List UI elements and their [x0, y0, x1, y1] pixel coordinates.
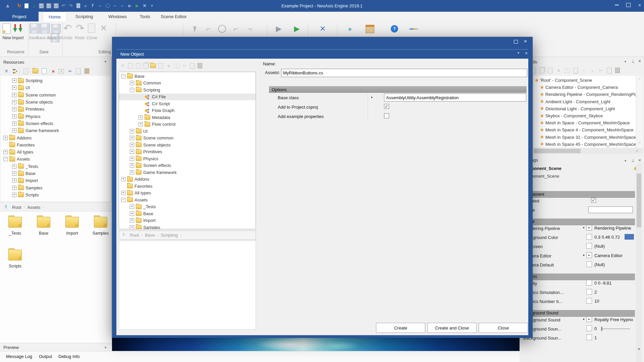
new-folder-icon[interactable]: ★ — [32, 68, 40, 74]
tree-item-scripting[interactable]: +Scripting — [1, 77, 111, 84]
settings-textbox[interactable] — [588, 206, 633, 213]
tree-item-base[interactable]: −Base — [119, 73, 256, 80]
expander-icon[interactable]: − — [130, 88, 134, 92]
asset-folder-samples[interactable]: Samples — [87, 215, 111, 246]
tree-item-samples[interactable]: +Samples — [119, 224, 256, 229]
scale-icon[interactable]: ⌐ — [112, 3, 118, 9]
breadcrumb-item[interactable]: Base — [145, 233, 155, 238]
tree-item-game-framework[interactable]: +Game framework — [119, 169, 256, 176]
new-resource-icon[interactable]: ★ — [547, 67, 554, 74]
objects-hscrollbar[interactable]: › — [534, 148, 643, 154]
checkbox[interactable] — [384, 113, 389, 118]
window-maximize-icon[interactable] — [514, 40, 519, 45]
delete-icon[interactable]: × — [82, 3, 89, 9]
ribbon-delete-button[interactable]: × — [98, 23, 111, 46]
expander-icon[interactable]: − — [3, 157, 8, 161]
value-box[interactable] — [586, 289, 592, 295]
expander-icon[interactable]: + — [12, 78, 16, 83]
breadcrumb-item[interactable]: Scripting — [161, 233, 178, 238]
tree-item-scripting[interactable]: −Scripting — [119, 86, 256, 94]
refresh-icon[interactable]: ↻ — [16, 3, 22, 9]
object-item[interactable]: ✱Directional Light - Component_Light — [540, 105, 636, 112]
object-item[interactable]: ✱Mesh in Space 45 - Component_MeshInSpac… — [540, 141, 636, 147]
delete-icon[interactable]: × — [50, 68, 57, 74]
expander-icon[interactable]: − — [121, 198, 125, 202]
cut-icon[interactable]: ✂ — [66, 68, 74, 74]
tree-item-assets[interactable]: −Assets — [119, 196, 256, 203]
save-as-icon[interactable] — [45, 3, 52, 9]
redo-icon[interactable]: ↷ — [67, 3, 74, 9]
sort-icon[interactable] — [410, 24, 418, 34]
copy-icon[interactable] — [75, 3, 82, 9]
asset-folder--tests[interactable]: _Tests — [2, 215, 29, 246]
ribbon-undo-button[interactable]: ↶Undo — [61, 23, 74, 46]
value-box[interactable] — [586, 261, 592, 267]
tree-item-all-types[interactable]: +All types — [1, 148, 111, 156]
tree-item--tests[interactable]: +_Tests — [119, 203, 256, 210]
close-panel-icon[interactable]: × — [638, 158, 641, 163]
value-box[interactable] — [586, 335, 592, 340]
close-button[interactable]: Close — [479, 323, 528, 333]
object-item[interactable]: ✱'Root' - Component_Scene — [535, 77, 636, 84]
new-file-icon[interactable] — [23, 3, 30, 9]
transform-icon[interactable]: ⌐ — [119, 3, 126, 9]
undo-icon[interactable]: ↶ — [60, 3, 67, 9]
tree-item-assets[interactable]: −Assets — [1, 156, 111, 163]
move-up-icon[interactable]: ↑ — [580, 67, 588, 74]
expander-icon[interactable]: + — [12, 85, 16, 90]
tree-item-scripts[interactable]: +Scripts — [1, 191, 111, 198]
expander-icon[interactable]: + — [130, 81, 134, 85]
close-panel-icon[interactable]: × — [638, 58, 641, 64]
tree-item-scene-objects[interactable]: +Scene objects — [1, 99, 111, 106]
expander-icon[interactable]: + — [12, 93, 16, 97]
rotate-icon[interactable] — [218, 24, 226, 34]
save-all-icon[interactable] — [53, 3, 59, 9]
expand-reference-button[interactable]: ► — [586, 252, 592, 258]
tree-item-import[interactable]: +Import — [119, 217, 256, 224]
help-icon[interactable]: ? — [390, 24, 399, 34]
expander-icon[interactable]: + — [130, 129, 134, 133]
asset-folder-base[interactable]: Base — [30, 215, 57, 246]
run-icon[interactable]: ▶ — [134, 3, 141, 9]
maximize-button[interactable] — [623, 0, 634, 10]
rename-icon[interactable]: I — [564, 67, 571, 74]
object-item[interactable]: ✱Rendering Pipeline - Component_Renderin… — [540, 91, 636, 98]
object-item[interactable]: ✱Mesh in Space 4 - Component_MeshInSpace — [540, 126, 636, 133]
display-options-icon[interactable]: ■●■◆▾ — [11, 68, 19, 74]
edit-icon[interactable] — [22, 68, 30, 74]
tree-item-common[interactable]: +Common — [119, 80, 256, 87]
scale-icon[interactable]: ⌐ — [231, 24, 240, 34]
tree-item-flow-control[interactable]: +Flow control — [119, 121, 256, 128]
import-icon[interactable]: ↓↓ — [31, 3, 37, 9]
expand-reference-button[interactable]: ► — [586, 316, 592, 322]
tree-item-base[interactable]: +Base — [1, 170, 111, 177]
close-button[interactable]: × — [634, 0, 644, 10]
expander-icon[interactable]: + — [12, 114, 16, 119]
object-item[interactable]: ✱Mesh in Space - Component_MeshInSpace — [540, 119, 636, 126]
run-icon[interactable]: ▶ — [292, 24, 301, 34]
expander-icon[interactable]: + — [3, 136, 8, 140]
expander-icon[interactable]: + — [12, 193, 16, 197]
navigate-up-icon[interactable]: ⇑ — [4, 204, 8, 209]
expander-icon[interactable]: + — [130, 225, 134, 229]
tree-item-scene-objects[interactable]: +Scene objects — [119, 141, 256, 148]
tree-item-c-script[interactable]: ◆◆◆C# Script — [119, 100, 256, 107]
expander-icon[interactable]: + — [139, 115, 143, 120]
tab-project[interactable]: Project — [0, 12, 39, 21]
expander-icon[interactable]: + — [130, 136, 134, 140]
navigate-up-icon[interactable]: ⇑ — [122, 232, 125, 237]
options-icon[interactable]: ✕ — [318, 24, 327, 34]
copy-icon[interactable] — [572, 67, 579, 74]
expander-icon[interactable]: + — [130, 163, 134, 168]
slider-track[interactable] — [601, 328, 630, 329]
select-icon[interactable] — [90, 3, 96, 9]
tree-item-physics[interactable]: +Physics — [1, 113, 111, 120]
name-input[interactable] — [281, 69, 527, 77]
bottom-tab-output[interactable]: Output — [39, 351, 52, 362]
expander-icon[interactable]: + — [130, 149, 134, 154]
tree-item-import[interactable]: +Import — [1, 177, 111, 184]
transform-icon[interactable]: ⌐ — [245, 24, 254, 34]
expander-icon[interactable]: + — [3, 150, 8, 154]
expander-icon[interactable]: + — [12, 107, 16, 111]
value-box[interactable] — [586, 234, 592, 240]
